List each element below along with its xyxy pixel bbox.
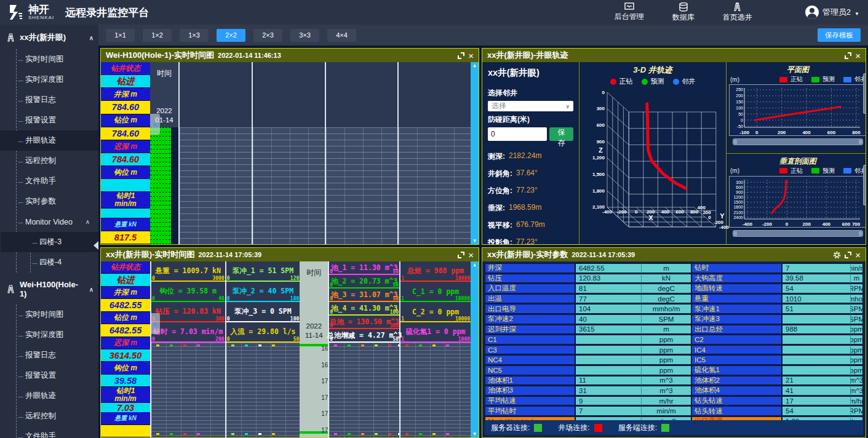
curve-label[interactable]: 0钻压 = 120.83 kN300 — [151, 302, 225, 322]
table-row[interactable]: 迟到井深 3615 m 出口总烃 988 ppm — [485, 325, 863, 335]
curve-label[interactable]: 1C_1 = 0 ppm10000 — [400, 282, 471, 302]
expand-icon[interactable] — [458, 52, 464, 59]
table-row[interactable]: 入口温度 81 degC 地面转速 54 RPM — [485, 284, 863, 293]
curve-label[interactable]: 0池_4 = 41.30 m^3100 — [329, 302, 399, 316]
sidebar-menu-item[interactable]: 井眼轨迹 — [17, 386, 98, 406]
layout-button[interactable]: 1×2 — [143, 29, 172, 42]
sidebar-menu-item[interactable]: 文件助手 — [17, 171, 98, 191]
expand-icon[interactable] — [845, 252, 851, 258]
sidebar-submenu-item[interactable]: 四楼-3 — [1, 232, 98, 252]
sidebar-menu-item[interactable]: 报警设置 — [17, 110, 98, 130]
param-value: 31 — [576, 386, 641, 396]
table-row[interactable]: 池体积3 31 m^3 池体积4 41 m^3 — [485, 386, 863, 396]
table-row[interactable]: 池体积1 11 m^3 池体积2 21 m^3 — [485, 376, 863, 386]
sidebar-well-header[interactable]: xx井(新井眼) — [0, 25, 98, 49]
sidebar-menu-item[interactable]: 实时深度图 — [17, 325, 98, 345]
table-row[interactable]: C1 ppm C2 ppm — [485, 335, 863, 344]
table-row[interactable]: 泵冲速2 40 SPM 泵冲速3 SPM — [485, 314, 863, 324]
sidebar-collapse-handle[interactable] — [94, 241, 98, 250]
sidebar-menu-item[interactable]: 实时深度图 — [17, 70, 98, 90]
sidebar-menu-item[interactable]: 报警设置 — [17, 365, 98, 386]
layout-button[interactable]: 1×1 — [106, 29, 135, 42]
curve-label[interactable]: 0入流 = 29.80 l/s50 — [226, 322, 300, 343]
collapse-icon[interactable] — [150, 114, 160, 135]
curve-label[interactable]: 1总烃 = 988 ppm10000 — [400, 261, 471, 282]
close-icon[interactable] — [468, 250, 474, 260]
vertical-vscrollbar[interactable] — [863, 165, 866, 205]
save-template-button[interactable]: 保存模板 — [818, 28, 861, 42]
plan-vscrollbar[interactable] — [863, 73, 866, 114]
sidebar-well-header[interactable]: Wei-H100(Hole-1) — [0, 273, 98, 305]
close-icon[interactable] — [468, 51, 474, 60]
curve-label[interactable]: 0泵冲_3 = 0 SPM100 — [226, 302, 300, 322]
track-body[interactable] — [325, 127, 398, 244]
sidebar-submenu-item[interactable]: 四楼-4 — [31, 252, 98, 273]
sidebar-menu-item[interactable]: Monitor Video — [17, 212, 98, 232]
curve-label[interactable]: 1硫化氢1 = 0 ppm1000 — [400, 322, 471, 343]
sidebar-menu-item[interactable]: 远程控制 — [17, 406, 98, 426]
expand-icon[interactable] — [458, 252, 464, 258]
vertical-section-chart[interactable]: 30060090012001500180021002400-400-200020… — [729, 176, 866, 228]
distance-input[interactable] — [488, 127, 547, 141]
nav-well-select[interactable]: 首页选井 — [723, 2, 752, 23]
track-body[interactable] — [328, 343, 399, 437]
sidebar-menu-item[interactable]: 实时参数 — [17, 191, 98, 212]
curve-label[interactable]: 0钩位 = 39.58 m40 — [151, 282, 225, 302]
table-row[interactable]: C3 ppm IC4 ppm — [485, 345, 863, 355]
sidebar-menu-item[interactable]: 文件助手 — [17, 426, 98, 438]
table-row[interactable]: 平均钻速 9 m/hr 钻头钻速 17 m/hr — [485, 396, 863, 406]
nav-backend-admin[interactable]: 后台管理 — [615, 2, 644, 22]
curve-label[interactable]: 1C_2 = 0 ppm10000 — [400, 302, 471, 322]
table-row[interactable]: 井深 6482.55 m 钻时 7 min/m — [485, 263, 863, 273]
curve-label[interactable]: 0池_3 = 31.07 m^350 — [329, 289, 399, 302]
curve-label[interactable]: 0池_2 = 20.73 m^350 — [329, 275, 399, 289]
curve-label[interactable]: 0悬重 = 1009.7 kN3000 — [151, 261, 225, 282]
plan-hscrollbar[interactable] — [733, 138, 863, 145]
layout-button[interactable]: 4×4 — [327, 29, 356, 42]
curve-label[interactable]: 0总池增减 = 4.27 m^350 — [329, 329, 399, 343]
save-distance-button[interactable]: 保存 — [549, 127, 573, 141]
param-label: 迟深 m — [101, 140, 150, 153]
table-row[interactable]: NC4 ppm IC5 ppm — [485, 355, 863, 365]
chart-scrollbar[interactable]: ▲▼ — [471, 261, 479, 437]
vertical-hscrollbar[interactable] — [733, 230, 863, 237]
track-body[interactable] — [225, 343, 300, 437]
chart-scrollbar[interactable]: ▲▼ — [471, 62, 479, 244]
chart-3d[interactable]: 03006009001,2001,5001,8002,100-400-20002… — [579, 86, 726, 245]
plan-view-chart[interactable]: 250200150100500-50-1000200400600800(m) — [729, 84, 866, 136]
param-unit: degC — [641, 284, 691, 293]
track-body[interactable] — [252, 127, 325, 244]
sidebar-menu-item[interactable]: 井眼轨迹 — [0, 130, 98, 151]
nav-database[interactable]: 数据库 — [672, 2, 695, 23]
layout-button[interactable]: 3×3 — [290, 29, 319, 42]
sidebar-menu-item[interactable]: 实时时间图 — [17, 305, 98, 325]
layout-button[interactable]: 2×2 — [217, 29, 245, 42]
close-icon[interactable] — [855, 51, 861, 60]
table-row[interactable]: NC5 ppm 硫化氢1 ppm — [485, 365, 863, 375]
curve-label[interactable]: 0泵冲_1 = 51 SPM120 — [226, 261, 300, 282]
table-row[interactable]: 平均钻时 7 min/m 钻头转速 54 RPM — [485, 406, 863, 416]
gear-icon[interactable] — [833, 251, 841, 259]
track-body[interactable] — [150, 343, 225, 437]
sidebar-menu-item[interactable]: 实时时间图 — [17, 49, 98, 70]
curve-label[interactable]: 0总池 = 130.50 m^3300 — [329, 316, 399, 329]
sidebar-menu-item[interactable]: 报警日志 — [17, 90, 98, 110]
sidebar-menu-item[interactable]: 报警日志 — [17, 345, 98, 365]
table-row[interactable]: 钻压 120.83 kN 大钩高度 39.58 m — [485, 274, 863, 284]
neighbor-select[interactable]: 选择 ∨ — [488, 101, 573, 111]
table-row[interactable]: 出口电导 104 mmho/m 泵冲速1 51 SPM — [485, 304, 863, 314]
expand-icon[interactable] — [845, 52, 851, 59]
collapse-icon[interactable] — [150, 313, 160, 334]
curve-label[interactable]: 0钻时 = 7.03 min/m200 — [151, 322, 225, 343]
track-body[interactable] — [397, 127, 471, 244]
close-icon[interactable] — [855, 250, 861, 260]
curve-label[interactable]: 0池_1 = 11.30 m^350 — [329, 261, 399, 275]
sidebar-menu-item[interactable]: 远程控制 — [17, 151, 98, 171]
track-body[interactable] — [178, 127, 252, 244]
user-menu[interactable]: 管理员2 — [805, 6, 859, 19]
table-row[interactable]: 出温 77 degC 悬重 1010 mmho/m — [485, 294, 863, 304]
track-body[interactable] — [399, 343, 471, 437]
layout-button[interactable]: 2×3 — [253, 29, 282, 42]
curve-label[interactable]: 0泵冲_2 = 40 SPM100 — [226, 282, 300, 302]
layout-button[interactable]: 1×3 — [180, 29, 209, 42]
